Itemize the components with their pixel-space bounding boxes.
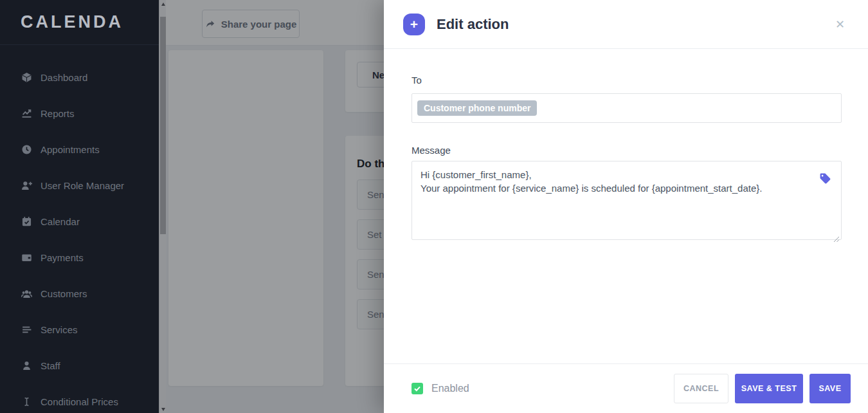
enabled-label: Enabled: [431, 383, 469, 394]
sidebar-item-label: Staff: [41, 360, 60, 371]
to-recipient-chip[interactable]: Customer phone number: [417, 100, 537, 116]
sidebar-item-label: Reports: [41, 108, 75, 119]
sidebar-item-label: User Role Manager: [41, 180, 124, 191]
customers-icon: [21, 288, 32, 299]
to-input[interactable]: Customer phone number: [411, 93, 842, 123]
sidebar-item-customers[interactable]: Customers: [0, 275, 159, 311]
save-and-test-button[interactable]: SAVE & TEST: [735, 374, 803, 403]
sidebar-item-calendar[interactable]: Calendar: [0, 203, 159, 239]
sidebar-item-label: Services: [41, 324, 78, 335]
calenda-logo: CALENDA: [21, 12, 123, 32]
services-icon: [21, 324, 32, 335]
sidebar-item-label: Payments: [41, 252, 84, 263]
enabled-checkbox[interactable]: [411, 383, 423, 394]
check-icon: [413, 385, 421, 392]
edit-action-modal: + Edit action ✕ To Customer phone number…: [384, 0, 868, 413]
dashboard-icon: [21, 72, 32, 83]
modal-title: Edit action: [437, 16, 509, 33]
save-button[interactable]: SAVE: [809, 374, 851, 403]
cancel-button[interactable]: CANCEL: [674, 374, 728, 403]
sidebar-item-services[interactable]: Services: [0, 311, 159, 347]
textarea-resize-handle[interactable]: [833, 234, 840, 240]
app-window: CALENDA Dashboard Reports Appointments: [0, 0, 868, 413]
logo-row: CALENDA: [0, 0, 159, 45]
sidebar-item-appointments[interactable]: Appointments: [0, 131, 159, 167]
modal-header: + Edit action ✕: [384, 0, 868, 49]
footer-buttons: CANCEL SAVE & TEST SAVE: [674, 374, 851, 403]
reports-icon: [21, 108, 32, 119]
sidebar-nav: Dashboard Reports Appointments User Role…: [0, 45, 159, 413]
tag-icon[interactable]: [819, 172, 831, 185]
sidebar-item-label: Customers: [41, 288, 87, 299]
staff-icon: [21, 360, 32, 371]
sidebar: CALENDA Dashboard Reports Appointments: [0, 0, 159, 413]
modal-body: To Customer phone number Message Hi {cus…: [384, 49, 868, 243]
sidebar-item-reports[interactable]: Reports: [0, 95, 159, 131]
sidebar-item-dashboard[interactable]: Dashboard: [0, 59, 159, 95]
to-label: To: [411, 75, 842, 86]
sidebar-item-label: Dashboard: [41, 72, 87, 83]
appointments-icon: [21, 144, 32, 155]
calendar-icon: [21, 216, 32, 227]
message-textarea-wrapper: Hi {customer_first_name}, Your appointme…: [411, 161, 842, 243]
sidebar-item-label: Calendar: [41, 216, 80, 227]
conditional-prices-icon: [21, 396, 32, 407]
sidebar-item-payments[interactable]: Payments: [0, 239, 159, 275]
user-role-icon: [21, 180, 32, 191]
message-textarea[interactable]: Hi {customer_first_name}, Your appointme…: [411, 161, 842, 240]
plus-icon: +: [403, 14, 425, 35]
sidebar-item-label: Conditional Prices: [41, 396, 118, 407]
payments-icon: [21, 252, 32, 263]
sidebar-item-user-role-manager[interactable]: User Role Manager: [0, 167, 159, 203]
modal-footer: Enabled CANCEL SAVE & TEST SAVE: [384, 363, 868, 413]
close-icon[interactable]: ✕: [835, 19, 845, 30]
message-label: Message: [411, 145, 842, 156]
sidebar-item-label: Appointments: [41, 144, 100, 155]
sidebar-item-conditional-prices[interactable]: Conditional Prices: [0, 383, 159, 413]
sidebar-item-staff[interactable]: Staff: [0, 347, 159, 383]
